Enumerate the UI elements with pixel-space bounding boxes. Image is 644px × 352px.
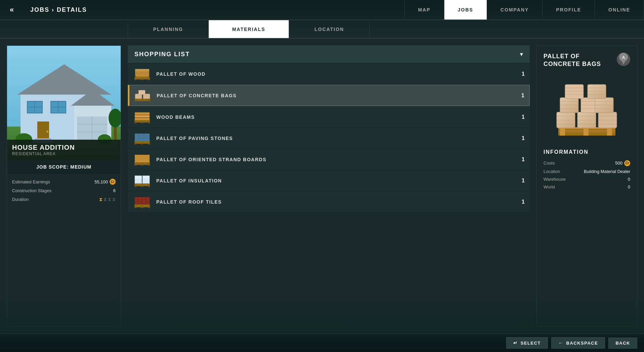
item-icon-wood	[133, 66, 151, 81]
item-qty-insulation: 1	[515, 178, 525, 184]
svg-rect-131	[588, 84, 606, 99]
svg-rect-85	[143, 176, 150, 179]
nav-tab-company[interactable]: COMPANY	[487, 0, 542, 20]
svg-rect-88	[141, 206, 143, 208]
select-button[interactable]: ↵ SELECT	[506, 337, 548, 349]
tab-location[interactable]: LOCATION	[289, 20, 370, 38]
sub-nav-tabs: PLANNING MATERIALS LOCATION	[128, 20, 370, 38]
nav-tab-map[interactable]: MAP	[404, 0, 444, 20]
item-detail-image	[544, 75, 630, 142]
middle-panel: SHOPPING LIST ▾	[128, 45, 530, 327]
svg-marker-98	[621, 59, 626, 65]
item-name-osb: PALLET OF ORIENTED STRAND BOARDS	[156, 157, 515, 162]
duration-value: ⧗ ⧗ ⧗ ⧗	[99, 197, 116, 202]
job-scope: JOB SCOPE: MEDIUM	[7, 160, 121, 174]
svg-rect-89	[148, 206, 150, 208]
item-qty-beams: 1	[515, 114, 525, 120]
svg-rect-38	[135, 100, 137, 102]
info-section-title: INFORMATION	[544, 149, 630, 155]
svg-rect-39	[142, 100, 144, 102]
earnings-value: 55,100 Cr	[94, 179, 116, 185]
costs-row: Costs 500 Cr	[544, 160, 630, 166]
backspace-label: BACKSPACE	[566, 341, 598, 346]
svg-rect-83	[143, 179, 150, 183]
duration-icons: ⧗ ⧗ ⧗ ⧗	[99, 197, 116, 202]
location-row: Location Building Material Dealer	[544, 169, 630, 174]
svg-rect-62	[141, 142, 143, 144]
svg-rect-64	[135, 134, 150, 141]
item-icon-concrete	[133, 88, 152, 103]
location-value: Building Material Dealer	[584, 169, 630, 174]
costs-label: Costs	[544, 161, 555, 166]
svg-rect-87	[134, 206, 136, 208]
world-row: World 0	[544, 184, 630, 189]
stages-row: Construction Stages 6	[12, 188, 116, 193]
sub-nav-spacer	[0, 20, 128, 38]
nav-tab-online[interactable]: ONLINE	[595, 0, 644, 20]
world-value: 0	[628, 184, 630, 189]
shopping-list-header: SHOPPING LIST ▾	[128, 45, 530, 63]
item-icon-osb	[133, 152, 151, 167]
top-navigation: « JOBS › DETAILS MAP JOBS COMPANY PROFIL…	[0, 0, 644, 20]
svg-rect-43	[138, 90, 145, 95]
shopping-items: PALLET OF WOOD 1	[128, 64, 530, 212]
list-item[interactable]: PALLET OF INSULATION 1	[128, 170, 530, 191]
warehouse-row: Warehouse 0	[544, 177, 630, 182]
list-item[interactable]: PALLET OF ROOF TILES 1	[128, 191, 530, 212]
nav-tab-jobs[interactable]: JOBS	[444, 0, 487, 20]
svg-rect-53	[148, 121, 150, 123]
tab-planning[interactable]: PLANNING	[128, 20, 208, 38]
list-item[interactable]: PALLET OF CONCRETE BAGS 1	[128, 85, 530, 106]
svg-rect-26	[134, 78, 136, 80]
sub-navigation: PLANNING MATERIALS LOCATION	[0, 20, 644, 39]
list-item[interactable]: PALLET OF WOOD 1	[128, 64, 530, 84]
svg-rect-82	[135, 179, 142, 183]
svg-rect-84	[135, 176, 142, 179]
backspace-button[interactable]: ← BACKSPACE	[551, 337, 605, 349]
list-item[interactable]: WOOD BEAMS 1	[128, 107, 530, 127]
svg-rect-55	[135, 115, 150, 117]
svg-rect-70	[134, 164, 136, 166]
list-item[interactable]: PALLET OF ORIENTED STRAND BOARDS 1	[128, 149, 530, 170]
duration-row: Duration ⧗ ⧗ ⧗ ⧗	[12, 197, 116, 202]
cr-badge-cost: Cr	[624, 160, 630, 166]
job-subtitle: RESIDENTIAL AREA	[12, 151, 116, 156]
bottom-bar: ↵ SELECT ← BACKSPACE BACK	[0, 333, 644, 352]
svg-rect-51	[134, 121, 136, 123]
item-name-insulation: PALLET OF INSULATION	[156, 178, 515, 183]
right-panel: PALLET OF CONCRETE BAGS A	[536, 45, 637, 327]
svg-rect-90	[135, 197, 150, 205]
svg-rect-34	[135, 69, 149, 71]
back-button-bottom[interactable]: BACK	[608, 338, 637, 349]
stages-value: 6	[113, 188, 116, 193]
svg-rect-56	[135, 112, 150, 115]
item-icon-insulation	[133, 173, 151, 188]
left-panel: HOUSE ADDITION RESIDENTIAL AREA JOB SCOP…	[7, 45, 121, 327]
item-qty-wood: 1	[515, 71, 525, 77]
svg-rect-61	[134, 142, 136, 144]
svg-rect-63	[148, 142, 150, 144]
job-stats: Estimated Earnings 55,100 Cr Constructio…	[7, 174, 121, 326]
item-name-beams: WOOD BEAMS	[156, 114, 515, 120]
item-name-wood: PALLET OF WOOD	[156, 71, 515, 77]
world-label: World	[544, 184, 555, 189]
hourglass-1: ⧗	[99, 197, 103, 202]
back-button[interactable]: «	[0, 0, 24, 20]
nav-tab-profile[interactable]: PROFILE	[542, 0, 595, 20]
duration-label: Duration	[12, 197, 29, 202]
svg-rect-27	[141, 78, 143, 80]
svg-rect-40	[148, 100, 150, 102]
svg-rect-80	[141, 185, 143, 187]
svg-rect-130	[565, 84, 583, 99]
tab-materials[interactable]: MATERIALS	[208, 20, 289, 38]
svg-rect-73	[135, 155, 150, 162]
select-label: SELECT	[521, 341, 541, 346]
list-item[interactable]: PALLET OF PAVING STONES 1	[128, 128, 530, 148]
backspace-icon: ←	[558, 340, 564, 346]
chevron-down-icon[interactable]: ▾	[520, 50, 523, 58]
svg-rect-28	[148, 78, 150, 80]
item-detail-header: PALLET OF CONCRETE BAGS A	[544, 52, 630, 68]
svg-point-13	[46, 131, 48, 133]
cr-badge: Cr	[110, 179, 116, 185]
back-chevron-icon: «	[10, 5, 14, 14]
